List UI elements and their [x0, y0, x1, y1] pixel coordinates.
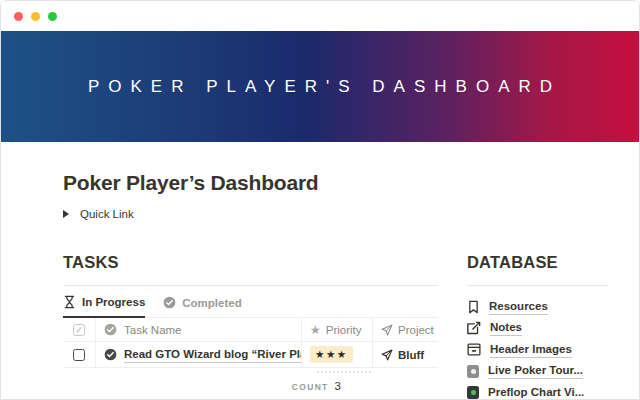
row-project-label: Bluff — [398, 349, 424, 361]
column-header-project[interactable]: Project — [373, 318, 438, 341]
zoom-window-button[interactable] — [48, 12, 57, 21]
database-item-label: Resources — [489, 299, 548, 315]
check-circle-icon — [104, 348, 117, 361]
tasks-table-header: ✓ Task Name ★ Priority — [63, 318, 438, 342]
column-header-project-label: Project — [398, 324, 434, 336]
database-section: DATABASE Resources Notes — [467, 253, 608, 400]
database-item-resources[interactable]: Resources — [467, 296, 608, 318]
tasks-heading: TASKS — [63, 253, 438, 286]
tasks-view-tabs: In Progress Completed — [63, 286, 438, 318]
table-count-row: COUNT 3 — [63, 380, 341, 392]
select-all-checkbox[interactable]: ✓ — [63, 318, 96, 341]
hourglass-icon — [63, 295, 76, 309]
database-item-preflop-chart[interactable]: Preflop Chart Vi... — [467, 382, 608, 400]
row-priority-cell[interactable]: ★★★ — [302, 342, 373, 367]
count-value[interactable]: 3 — [335, 380, 341, 392]
close-window-button[interactable] — [14, 12, 23, 21]
bookmark-icon — [467, 300, 480, 314]
row-checkbox[interactable] — [63, 342, 96, 367]
database-item-live-poker-tour[interactable]: Live Poker Tour... — [467, 361, 608, 383]
database-heading: DATABASE — [467, 253, 608, 286]
card-green-icon — [467, 386, 479, 399]
page-title[interactable]: Poker Player’s Dashboard — [63, 171, 639, 195]
column-header-task-name[interactable]: Task Name — [96, 318, 302, 341]
card-gray-icon — [467, 365, 479, 378]
column-header-task-name-label: Task Name — [124, 324, 182, 336]
checkbox-check-icon: ✓ — [73, 324, 85, 336]
tab-completed-label: Completed — [182, 297, 241, 309]
row-project-cell[interactable]: Bluff — [373, 342, 438, 367]
check-circle-icon — [104, 323, 117, 336]
database-item-label: Notes — [490, 320, 522, 336]
star-icon: ★ — [310, 324, 321, 336]
database-item-label: Preflop Chart Vi... — [488, 385, 584, 400]
database-item-header-images[interactable]: Header Images — [467, 339, 608, 361]
count-label: COUNT — [292, 382, 329, 392]
checkbox-empty-icon — [73, 349, 85, 361]
database-list: Resources Notes Header Images — [467, 286, 608, 400]
tab-in-progress-label: In Progress — [82, 296, 145, 308]
minimize-window-button[interactable] — [31, 12, 40, 21]
database-item-notes[interactable]: Notes — [467, 318, 608, 340]
tasks-section: TASKS In Progress Completed — [63, 253, 438, 400]
table-row[interactable]: Read GTO Wizard blog “River Play” ★★★ Bl… — [63, 342, 438, 368]
quick-link-toggle[interactable]: Quick Link — [63, 208, 134, 220]
next-row-placeholder — [317, 371, 371, 373]
toggle-arrow-icon — [63, 210, 69, 218]
database-item-label: Live Poker Tour... — [488, 363, 583, 379]
paper-plane-icon — [381, 324, 393, 336]
row-task-cell[interactable]: Read GTO Wizard blog “River Play” — [96, 342, 302, 367]
window-titlebar — [1, 1, 639, 31]
tab-in-progress[interactable]: In Progress — [63, 295, 145, 318]
app-window: POKER PLAYER'S DASHBOARD Poker Player’s … — [0, 0, 640, 400]
quick-link-toggle-label: Quick Link — [80, 208, 134, 220]
paper-plane-icon — [381, 349, 393, 361]
page-content: Poker Player’s Dashboard Quick Link TASK… — [1, 171, 639, 400]
check-circle-icon — [163, 296, 176, 309]
row-task-title[interactable]: Read GTO Wizard blog “River Play” — [124, 346, 302, 363]
cover-banner-title: POKER PLAYER'S DASHBOARD — [79, 77, 561, 97]
database-item-label: Header Images — [490, 342, 572, 358]
tab-completed[interactable]: Completed — [163, 295, 241, 317]
compose-icon — [467, 321, 481, 335]
archive-icon — [467, 343, 481, 356]
priority-stars-tag: ★★★ — [310, 346, 353, 363]
column-header-priority[interactable]: ★ Priority — [302, 318, 373, 341]
column-header-priority-label: Priority — [326, 324, 362, 336]
cover-banner: POKER PLAYER'S DASHBOARD — [1, 31, 639, 142]
